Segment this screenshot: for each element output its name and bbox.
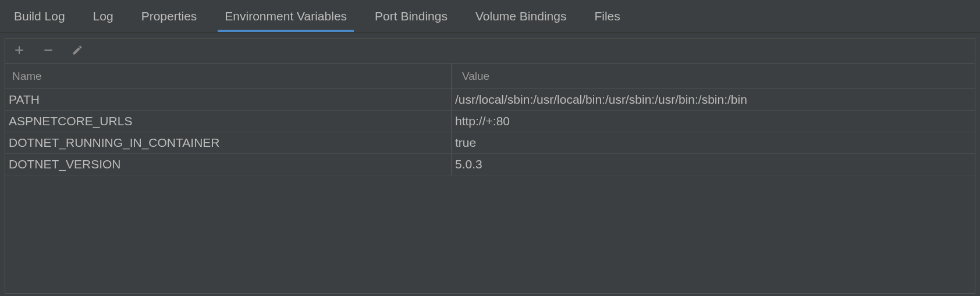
tab-files[interactable]: Files xyxy=(580,0,634,32)
env-vars-panel: Name Value PATH /usr/local/sbin:/usr/loc… xyxy=(5,38,975,294)
table-row[interactable]: DOTNET_VERSION 5.0.3 xyxy=(5,154,975,175)
tab-label: Properties xyxy=(141,9,197,23)
env-name-cell: DOTNET_RUNNING_IN_CONTAINER xyxy=(5,132,452,153)
column-label: Name xyxy=(12,70,42,83)
tab-port-bindings[interactable]: Port Bindings xyxy=(361,0,461,32)
table-row[interactable]: PATH /usr/local/sbin:/usr/local/bin:/usr… xyxy=(5,89,975,111)
env-name-cell: ASPNETCORE_URLS xyxy=(5,111,452,132)
remove-button[interactable] xyxy=(41,44,55,58)
column-header-name[interactable]: Name xyxy=(5,64,452,89)
table-header: Name Value xyxy=(5,64,975,89)
env-value-cell: 5.0.3 xyxy=(452,154,975,175)
edit-button[interactable] xyxy=(70,44,84,58)
tab-label: Port Bindings xyxy=(375,9,448,23)
add-button[interactable] xyxy=(12,44,26,58)
tab-build-log[interactable]: Build Log xyxy=(0,0,79,32)
plus-icon xyxy=(13,44,25,58)
tab-volume-bindings[interactable]: Volume Bindings xyxy=(461,0,580,32)
env-value-cell: /usr/local/sbin:/usr/local/bin:/usr/sbin… xyxy=(452,89,975,110)
tab-label: Build Log xyxy=(14,9,65,23)
tab-label: Environment Variables xyxy=(225,9,347,23)
column-header-value[interactable]: Value xyxy=(452,64,975,89)
column-label: Value xyxy=(462,70,489,83)
tab-properties[interactable]: Properties xyxy=(127,0,211,32)
table-row[interactable]: DOTNET_RUNNING_IN_CONTAINER true xyxy=(5,132,975,154)
env-value-cell: true xyxy=(452,132,975,153)
table-body: PATH /usr/local/sbin:/usr/local/bin:/usr… xyxy=(5,89,975,293)
tab-bar: Build Log Log Properties Environment Var… xyxy=(0,0,980,33)
env-name-cell: PATH xyxy=(5,89,452,110)
toolbar xyxy=(5,39,975,64)
minus-icon xyxy=(42,44,54,58)
env-value-cell: http://+:80 xyxy=(452,111,975,132)
tab-environment-variables[interactable]: Environment Variables xyxy=(211,0,361,32)
tab-label: Files xyxy=(594,9,620,23)
table-row[interactable]: ASPNETCORE_URLS http://+:80 xyxy=(5,111,975,132)
env-name-cell: DOTNET_VERSION xyxy=(5,154,452,175)
tab-log[interactable]: Log xyxy=(79,0,127,32)
pencil-icon xyxy=(72,44,83,58)
tab-label: Volume Bindings xyxy=(475,9,566,23)
tab-label: Log xyxy=(93,9,113,23)
